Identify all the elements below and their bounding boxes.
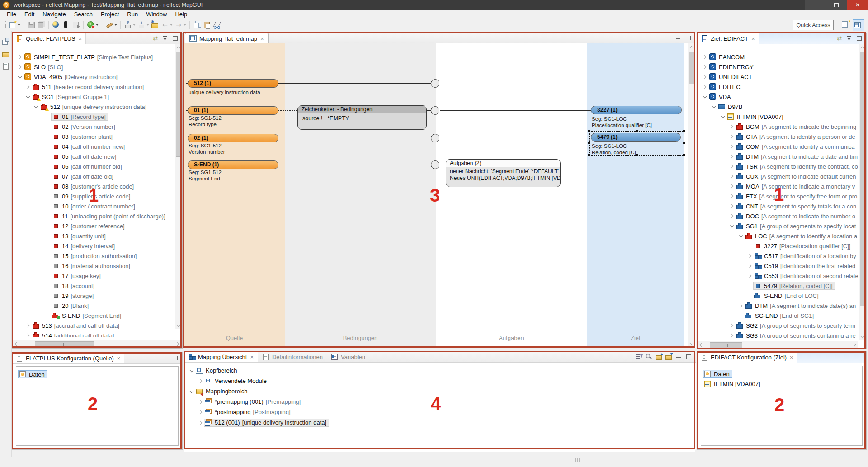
chevron-down-icon[interactable]: [720, 116, 726, 118]
tree-row-514[interactable]: 514[additional call off data]: [12, 330, 174, 337]
tree-row-d97b[interactable]: D97B: [697, 102, 858, 112]
target-node-3227[interactable]: 3227 (1): [591, 106, 682, 114]
tree-row-15[interactable]: 15[production authorisation]: [12, 251, 174, 261]
source-vscrollbar[interactable]: [175, 44, 182, 329]
chevron-right-icon[interactable]: [747, 264, 753, 267]
chevron-down-icon[interactable]: [25, 96, 31, 98]
tree-row-5479[interactable]: 5479[Relation, coded [C]]: [697, 281, 858, 291]
editor-tab[interactable]: Mapping_flat_edi.map ×: [185, 33, 269, 43]
menu-item-edit[interactable]: Edit: [20, 10, 38, 18]
canvas-vscrollbar[interactable]: [688, 43, 695, 347]
target-node-5479[interactable]: 5479 (1): [591, 133, 681, 142]
tree-row-moa[interactable]: MOA[A segment to indicate a monetary v: [697, 181, 858, 191]
chevron-right-icon[interactable]: [729, 334, 735, 337]
maximize-panel-icon[interactable]: [171, 35, 179, 42]
target-hscrollbar[interactable]: [697, 341, 858, 349]
chevron-right-icon[interactable]: [729, 205, 735, 208]
maximize-panel-icon[interactable]: [171, 354, 179, 362]
tree-row-02[interactable]: 02[Version number]: [12, 122, 174, 132]
paste-button[interactable]: [203, 21, 211, 29]
chevron-right-icon[interactable]: [747, 255, 753, 257]
open-perspective-button[interactable]: [841, 20, 851, 30]
chevron-right-icon[interactable]: [729, 145, 735, 148]
tree-row-12[interactable]: 12[customer reference]: [12, 221, 174, 231]
cut-button[interactable]: [213, 21, 221, 29]
tree-row-doc[interactable]: DOC[A segment to indicate the number o: [697, 211, 858, 221]
chevron-right-icon[interactable]: [702, 66, 708, 68]
close-icon[interactable]: ×: [260, 35, 264, 42]
tree-row-06[interactable]: 06[call off number old]: [12, 161, 174, 171]
tree-row-01[interactable]: 01[Record type]: [12, 112, 174, 122]
minimize-window-button[interactable]: [805, 0, 826, 10]
tree-row-13[interactable]: 13[quantity unit]: [12, 231, 174, 241]
chevron-right-icon[interactable]: [17, 56, 23, 58]
forward-dropdown-caret[interactable]: [184, 24, 186, 26]
menu-item-navigate[interactable]: Navigate: [38, 10, 70, 18]
minimize-panel-icon[interactable]: [161, 354, 170, 362]
sort-icon[interactable]: [635, 353, 643, 360]
tree-row-512-001-[interactable]: 512 (001)[unique delivery instruction da…: [184, 417, 695, 428]
tree-row-17[interactable]: 17[usage key]: [12, 271, 174, 281]
chevron-right-icon[interactable]: [729, 185, 735, 188]
copy-button[interactable]: [193, 21, 201, 29]
tree-row-vda-4905[interactable]: VDA_4905[Delivery instruction]: [12, 72, 174, 82]
tree-row-com[interactable]: COM[A segment to identify a communica: [697, 142, 858, 151]
tree-row-dtm[interactable]: DTM[A segment to indicate date(s) an: [697, 301, 858, 311]
tree-row-18[interactable]: 18[account]: [12, 281, 174, 291]
chevron-right-icon[interactable]: [702, 75, 708, 78]
edit-tool-button[interactable]: [105, 21, 113, 29]
menu-item-help[interactable]: Help: [171, 10, 191, 18]
chevron-right-icon[interactable]: [729, 175, 735, 178]
tree-row-08[interactable]: 08[customer's article code]: [12, 181, 174, 191]
import-button[interactable]: [124, 21, 132, 29]
tree-row-sg2[interactable]: SG2[A group of segments to specify term: [697, 321, 858, 330]
maximize-panel-icon[interactable]: [855, 35, 863, 42]
chevron-right-icon[interactable]: [729, 125, 735, 128]
chevron-right-icon[interactable]: [729, 135, 735, 138]
tree-row-16[interactable]: 16[material authorisation]: [12, 261, 174, 271]
menu-item-file[interactable]: File: [3, 10, 20, 18]
menu-item-search[interactable]: Search: [70, 10, 97, 18]
tree-row-editec[interactable]: EDITEC: [697, 82, 858, 92]
chevron-right-icon[interactable]: [25, 324, 31, 327]
tree-row-sg1[interactable]: SG1[Segment Gruppe 1]: [12, 92, 174, 102]
target-panel-tab[interactable]: Ziel: EDIFACT ×: [697, 33, 759, 44]
tree-row-kopfbereich[interactable]: Kopfbereich: [184, 365, 695, 376]
tree-row-c519[interactable]: C519[Identification the first related: [697, 261, 858, 271]
chevron-right-icon[interactable]: [729, 324, 735, 327]
tree-row-ftx[interactable]: FTX[A segment to specify free form or pr…: [697, 191, 858, 201]
task-box[interactable]: Aufgaben (2) neuer Nachricht: 'Segment E…: [446, 159, 561, 187]
tree-row--postmapping[interactable]: *postmapping[Postmapping]: [184, 407, 695, 417]
condition-box[interactable]: Zeichenketten - Bedingungen source != *E…: [297, 105, 427, 130]
save-all-button[interactable]: [37, 21, 45, 29]
close-icon[interactable]: ×: [751, 35, 755, 42]
chevron-right-icon[interactable]: [198, 421, 204, 424]
source-node-send[interactable]: S-END (1): [188, 160, 278, 169]
selection-handle[interactable]: [636, 154, 638, 156]
chevron-right-icon[interactable]: [198, 401, 204, 403]
chevron-right-icon[interactable]: [729, 155, 735, 158]
ieffect-server-button[interactable]: [52, 21, 60, 29]
chevron-right-icon[interactable]: [738, 304, 744, 307]
outline-view-icon[interactable]: [2, 62, 9, 70]
target-config-tab[interactable]: EDIFACT Konfiguration (Ziel) ×: [697, 352, 797, 363]
tree-row-verwendete-module[interactable]: Verwendete Module: [184, 376, 695, 386]
selection-handle[interactable]: [683, 130, 685, 132]
chevron-down-icon[interactable]: [189, 370, 195, 372]
chevron-down-icon[interactable]: [33, 106, 39, 108]
back-dropdown-caret[interactable]: [170, 24, 173, 26]
tree-row-512[interactable]: 512[unique delivery instruction data]: [12, 102, 174, 112]
selection-handle[interactable]: [588, 130, 590, 132]
target-vscrollbar[interactable]: [859, 44, 866, 340]
device-button[interactable]: [62, 21, 70, 29]
export-map-button[interactable]: [72, 21, 80, 29]
selection-handle[interactable]: [636, 130, 638, 132]
connector-circle[interactable]: [431, 160, 439, 169]
tree-row-unedifact[interactable]: UNEDIFACT: [697, 72, 858, 82]
expand-all-icon[interactable]: [655, 353, 663, 360]
edit-tool-dropdown-caret[interactable]: [114, 24, 117, 26]
connector-circle[interactable]: [431, 106, 439, 115]
tree-row-iftmin-vda007-[interactable]: IFTMIN [VDA007]: [697, 112, 858, 122]
run-button[interactable]: [87, 21, 95, 29]
close-icon[interactable]: ×: [79, 35, 82, 42]
